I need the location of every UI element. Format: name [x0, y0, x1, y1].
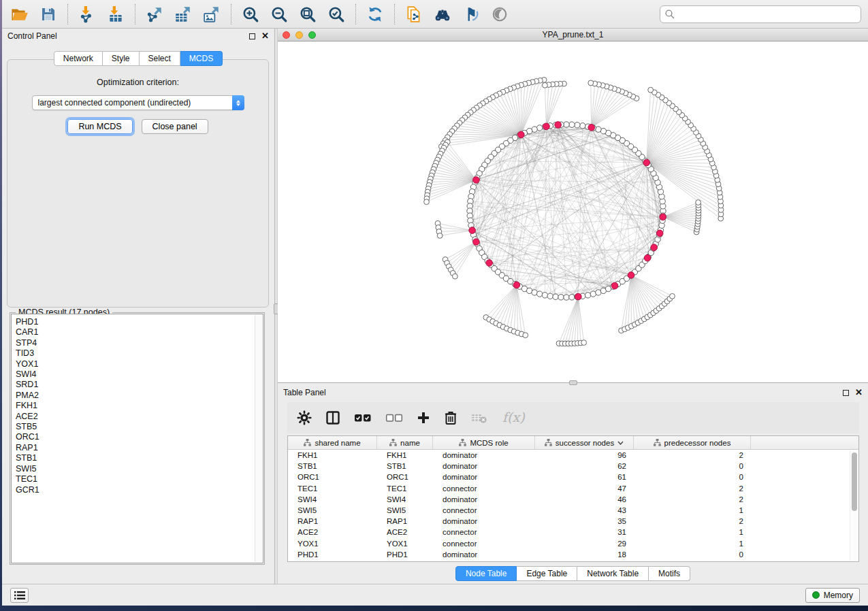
- table-settings-gear-icon[interactable]: [297, 410, 312, 425]
- network-canvas[interactable]: [278, 42, 868, 382]
- status-bar: Memory: [2, 584, 868, 606]
- run-mcds-button[interactable]: Run MCDS: [67, 119, 132, 134]
- column-header-name[interactable]: name: [377, 436, 433, 449]
- table-cell: 2: [634, 495, 751, 503]
- table-cell: RAP1: [288, 517, 377, 525]
- table-panel-title: Table Panel: [283, 388, 843, 397]
- table-row[interactable]: STB1STB1dominator620: [288, 461, 858, 472]
- result-node[interactable]: SWI4: [16, 369, 263, 380]
- network-search-box: [660, 5, 861, 23]
- result-node[interactable]: STB5: [16, 422, 263, 432]
- column-header-shared-name[interactable]: shared name: [288, 436, 377, 449]
- table-cell: 35: [535, 517, 634, 525]
- tab-motifs[interactable]: Motifs: [649, 566, 690, 581]
- table-scrollbar-thumb[interactable]: [852, 452, 857, 511]
- zoom-fit-icon[interactable]: [298, 5, 317, 24]
- table-row[interactable]: RAP1RAP1dominator352: [288, 516, 858, 527]
- table-cell: 43: [535, 506, 634, 514]
- import-network-icon[interactable]: [78, 5, 97, 24]
- table-cell: YOX1: [288, 540, 377, 548]
- table-cell: SWI5: [377, 506, 433, 514]
- table-row[interactable]: TEC1TEC1connector472: [288, 483, 858, 494]
- result-node[interactable]: PMA2: [16, 391, 263, 401]
- result-node[interactable]: TID3: [16, 348, 263, 359]
- zoom-in-icon[interactable]: [241, 5, 260, 24]
- network-window-title: YPA_prune.txt_1: [278, 30, 868, 39]
- open-file-icon[interactable]: [10, 5, 29, 24]
- table-cell: connector: [433, 484, 535, 493]
- result-node[interactable]: STP4: [16, 338, 263, 348]
- export-table-icon[interactable]: [174, 5, 193, 24]
- zoom-selected-icon[interactable]: [327, 5, 346, 24]
- hide-graphics-details-icon[interactable]: [462, 5, 481, 24]
- delete-column-icon[interactable]: [444, 410, 457, 425]
- table-row[interactable]: ORC1ORC1dominator610: [288, 472, 858, 482]
- tab-node-table[interactable]: Node Table: [455, 566, 517, 581]
- result-node[interactable]: ACE2: [16, 412, 263, 422]
- mcds-result-list[interactable]: PHD1CAR1STP4TID3YOX1SWI4SRD1PMA2FKH1ACE2…: [11, 314, 263, 563]
- clone-network-icon[interactable]: [404, 5, 423, 24]
- export-image-icon[interactable]: [202, 5, 221, 24]
- table-cell: FKH1: [288, 451, 377, 459]
- tab-mcds[interactable]: MCDS: [180, 51, 223, 66]
- result-node[interactable]: FKH1: [16, 401, 263, 411]
- table-row[interactable]: YOX1YOX1connector291: [288, 538, 858, 549]
- result-node[interactable]: SRD1: [16, 380, 263, 390]
- task-history-button[interactable]: [10, 588, 29, 603]
- tab-style[interactable]: Style: [103, 51, 140, 66]
- tab-network-table[interactable]: Network Table: [577, 566, 649, 581]
- result-node[interactable]: TEC1: [16, 474, 263, 484]
- column-label: successor nodes: [556, 439, 614, 447]
- result-node[interactable]: PHD1: [16, 317, 263, 327]
- float-table-panel-icon[interactable]: [843, 390, 849, 396]
- table-row[interactable]: SWI4SWI4dominator462: [288, 494, 858, 505]
- result-node[interactable]: YOX1: [16, 359, 263, 369]
- refresh-layout-icon[interactable]: [366, 5, 385, 24]
- search-find-icon[interactable]: [433, 5, 452, 24]
- table-scrollbar[interactable]: [850, 450, 858, 561]
- table-row[interactable]: ACE2ACE2connector311: [288, 527, 858, 538]
- table-cell: YOX1: [377, 540, 433, 548]
- table-row[interactable]: PHD1PHD1dominator180: [288, 549, 858, 560]
- table-toolbar: f(x): [287, 402, 859, 433]
- close-panel-icon[interactable]: ✕: [261, 33, 269, 39]
- table-cell: dominator: [433, 495, 535, 503]
- tab-select[interactable]: Select: [140, 51, 180, 66]
- node-table[interactable]: shared namenameMCDS rolesuccessor nodesp…: [287, 435, 859, 562]
- optimization-criterion-dropdown[interactable]: largest connected component (undirected): [32, 95, 244, 110]
- select-all-icon[interactable]: [354, 412, 372, 423]
- table-cell: 96: [535, 451, 634, 459]
- result-node[interactable]: GCR1: [16, 485, 263, 495]
- result-node[interactable]: SWI5: [16, 464, 263, 474]
- column-header-predecessor-nodes[interactable]: predecessor nodes: [634, 436, 751, 449]
- tab-edge-table[interactable]: Edge Table: [517, 566, 577, 581]
- tab-network[interactable]: Network: [54, 51, 103, 66]
- control-panel-tabs: NetworkStyleSelectMCDS: [2, 51, 274, 66]
- table-cell: 47: [535, 484, 634, 493]
- result-node[interactable]: STB1: [16, 453, 263, 463]
- export-network-icon[interactable]: [145, 5, 164, 24]
- close-table-panel-icon[interactable]: ✕: [855, 389, 863, 396]
- table-panel: Table Panel ✕: [278, 383, 868, 584]
- result-list-scrollbar[interactable]: [255, 315, 262, 562]
- column-header-MCDS-role[interactable]: MCDS role: [433, 436, 535, 449]
- table-row[interactable]: SWI5SWI5connector431: [288, 505, 858, 516]
- table-cell: 61: [535, 473, 634, 481]
- float-panel-icon[interactable]: [249, 33, 255, 39]
- result-node[interactable]: ORC1: [16, 432, 263, 442]
- search-input[interactable]: [678, 7, 856, 21]
- save-session-icon[interactable]: [39, 5, 58, 24]
- horizontal-splitter-grip[interactable]: [569, 380, 577, 385]
- result-node[interactable]: CAR1: [16, 327, 263, 337]
- result-node[interactable]: RAP1: [16, 443, 263, 453]
- memory-button[interactable]: Memory: [805, 588, 860, 603]
- close-panel-button[interactable]: Close panel: [142, 119, 208, 134]
- table-row[interactable]: FKH1FKH1dominator962: [288, 450, 858, 461]
- column-header-successor-nodes[interactable]: successor nodes: [535, 436, 634, 449]
- deselect-all-icon[interactable]: [385, 412, 403, 423]
- network-graph[interactable]: [278, 42, 868, 382]
- zoom-out-icon[interactable]: [270, 5, 289, 24]
- add-column-icon[interactable]: [417, 411, 430, 425]
- show-columns-icon[interactable]: [325, 410, 340, 425]
- import-table-icon[interactable]: [106, 5, 125, 24]
